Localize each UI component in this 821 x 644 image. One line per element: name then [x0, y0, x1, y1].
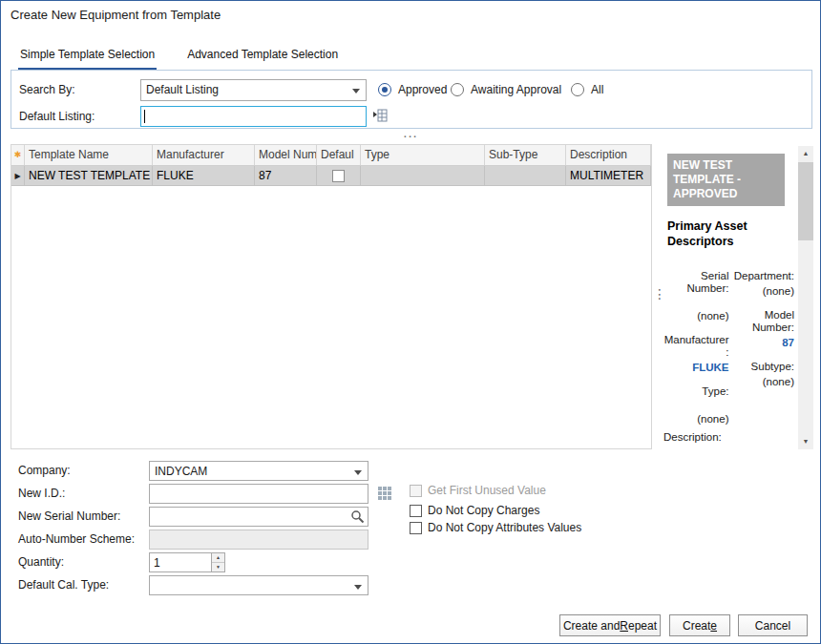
horizontal-splitter[interactable]: ...: [1, 129, 820, 136]
chevron-down-icon: [354, 470, 362, 475]
get-first-unused-label: Get First Unused Value: [428, 485, 546, 497]
new-serial-input[interactable]: [150, 508, 348, 526]
template-grid: ✱ Template Name Manufacturer Model Num. …: [11, 144, 652, 449]
row-indicator-cell: ▶: [11, 166, 25, 185]
new-serial-field-wrap: [149, 507, 368, 527]
cell-description: MULTIMETER: [566, 166, 651, 185]
cell-model-num: 87: [255, 166, 317, 185]
radio-awaiting-approval[interactable]: Awaiting Approval: [451, 83, 561, 96]
company-value: INDYCAM: [155, 465, 207, 478]
department-value: (none): [729, 285, 795, 298]
scroll-up-icon[interactable]: ▲: [798, 146, 813, 161]
search-icon[interactable]: [350, 509, 365, 527]
manufacturer-label: Manufacturer:: [663, 334, 729, 359]
cell-default: [317, 166, 361, 185]
text-caret: [144, 110, 145, 123]
cell-manufacturer: FLUKE: [153, 166, 255, 185]
spin-up-icon[interactable]: ▲: [212, 553, 224, 563]
search-by-dropdown[interactable]: Default Listing: [140, 79, 367, 101]
new-serial-number-label: New Serial Number:: [18, 510, 120, 523]
preview-section-title: Primary Asset Descriptors: [667, 218, 789, 249]
company-label: Company:: [18, 465, 71, 477]
cancel-button[interactable]: Cancel: [738, 614, 808, 636]
manufacturer-value: FLUKE: [663, 362, 729, 374]
company-dropdown[interactable]: INDYCAM: [149, 461, 368, 481]
default-cal-type-dropdown[interactable]: [149, 575, 368, 595]
new-id-input[interactable]: [150, 485, 368, 503]
radio-approved-circle-icon: [378, 83, 391, 96]
cancel-label: Cancel: [755, 619, 790, 633]
table-row[interactable]: ▶ NEW TEST TEMPLATE FLUKE 87 MULTIMETER: [11, 166, 651, 186]
default-checkbox[interactable]: [332, 170, 345, 182]
subtype-value: (none): [729, 376, 795, 388]
checkbox-do-not-copy-charges[interactable]: Do Not Copy Charges: [410, 505, 539, 517]
radio-approved[interactable]: Approved: [378, 83, 447, 96]
column-header-model-num[interactable]: Model Num.: [255, 145, 317, 165]
create-equipment-dialog: Create New Equipment from Template Simpl…: [0, 0, 821, 644]
do-not-copy-charges-checkbox[interactable]: [410, 505, 422, 517]
radio-awaiting-label: Awaiting Approval: [471, 83, 561, 96]
radio-approved-label: Approved: [398, 83, 447, 96]
serial-number-label: Serial Number:: [663, 270, 729, 295]
template-preview-panel: NEW TEST TEMPLATE - APPROVED Primary Ass…: [662, 146, 813, 449]
star-column-header[interactable]: ✱: [11, 145, 25, 165]
do-not-copy-attributes-checkbox[interactable]: [410, 522, 422, 534]
tab-bar: Simple Template Selection Advanced Templ…: [18, 45, 340, 70]
search-by-value: Default Listing: [146, 83, 219, 96]
column-header-manufacturer[interactable]: Manufacturer: [153, 145, 255, 165]
preview-right-column: Department: (none) Model Number: 87 Subt…: [729, 259, 795, 426]
new-id-label: New I.D.:: [18, 488, 65, 500]
type-value: (none): [663, 413, 729, 426]
spin-down-icon[interactable]: ▼: [212, 563, 224, 571]
auto-number-scheme-input: [150, 530, 368, 549]
subtype-label: Subtype:: [729, 361, 795, 373]
column-header-template-name[interactable]: Template Name: [25, 145, 153, 165]
preview-left-column: Serial Number: (none) Manufacturer: FLUK…: [663, 259, 729, 426]
default-listing-input[interactable]: [141, 107, 366, 126]
department-label: Department:: [729, 270, 795, 282]
preview-content: NEW TEST TEMPLATE - APPROVED Primary Ass…: [662, 146, 798, 449]
scrollbar-thumb[interactable]: [798, 162, 813, 240]
quantity-input[interactable]: [150, 553, 209, 571]
chevron-down-icon: [352, 89, 360, 93]
radio-all-circle-icon: [571, 83, 584, 96]
checkbox-do-not-copy-attributes[interactable]: Do Not Copy Attributes Values: [410, 522, 581, 534]
column-header-type[interactable]: Type: [361, 145, 485, 165]
create-label-pre: Creat: [683, 619, 710, 633]
create-and-repeat-button[interactable]: Create and Repeat: [559, 614, 661, 636]
chevron-down-icon: [354, 585, 362, 590]
create-repeat-label-pre: Create and: [563, 619, 620, 633]
tab-advanced-template-selection[interactable]: Advanced Template Selection: [185, 45, 340, 70]
quantity-label: Quantity:: [18, 556, 64, 569]
preview-descriptors: Serial Number: (none) Manufacturer: FLUK…: [663, 259, 794, 426]
search-by-label: Search By:: [19, 83, 75, 96]
column-header-description[interactable]: Description: [566, 145, 651, 165]
cell-type: [361, 166, 485, 185]
select-listing-icon[interactable]: [371, 107, 389, 124]
radio-awaiting-circle-icon: [451, 83, 464, 96]
tab-simple-template-selection[interactable]: Simple Template Selection: [18, 45, 157, 70]
column-header-default[interactable]: Defaul: [317, 145, 361, 165]
column-header-sub-type[interactable]: Sub-Type: [485, 145, 566, 165]
description-label: Description:: [663, 431, 794, 443]
preview-scrollbar[interactable]: ▲ ▼: [798, 146, 813, 449]
search-section: Search By: Default Listing Approved Awai…: [11, 70, 812, 129]
get-first-unused-checkbox: [410, 485, 422, 497]
create-button[interactable]: Create: [669, 614, 730, 636]
row-marker-icon: ▶: [14, 172, 20, 180]
default-cal-type-label: Default Cal. Type:: [18, 579, 109, 592]
create-repeat-label-mnemonic: R: [620, 619, 628, 633]
type-label: Type:: [663, 385, 729, 398]
scroll-down-icon[interactable]: ▼: [798, 434, 813, 449]
checkbox-get-first-unused-value: Get First Unused Value: [410, 485, 546, 497]
preview-title: NEW TEST TEMPLATE - APPROVED: [667, 154, 785, 206]
required-star-icon: ✱: [14, 150, 22, 159]
auto-number-grid-icon[interactable]: [377, 486, 392, 501]
create-label-mnemonic: e: [710, 619, 717, 633]
model-number-label: Model Number:: [729, 309, 795, 334]
new-id-field-wrap: [149, 484, 368, 504]
serial-number-value: (none): [663, 310, 729, 322]
auto-number-scheme-label: Auto-Number Scheme:: [18, 533, 135, 546]
radio-all[interactable]: All: [571, 83, 603, 96]
model-number-value: 87: [729, 337, 795, 349]
